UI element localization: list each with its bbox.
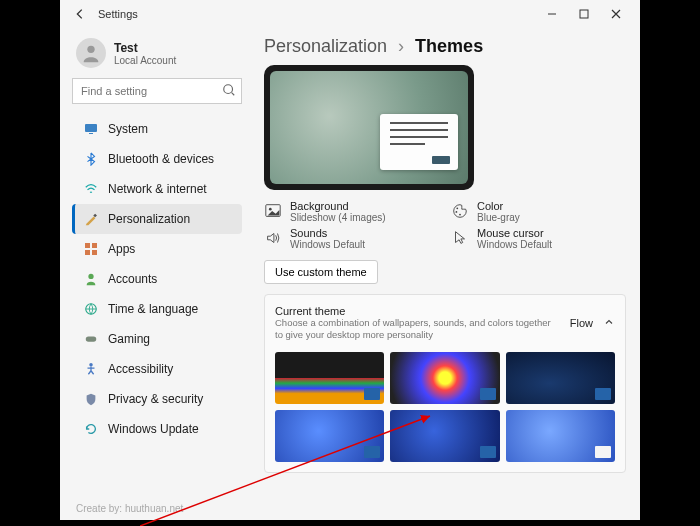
- nav-time[interactable]: Time & language: [72, 294, 242, 324]
- nav-accounts[interactable]: Accounts: [72, 264, 242, 294]
- svg-point-3: [224, 85, 233, 94]
- theme-option[interactable]: [275, 410, 384, 462]
- theme-option[interactable]: [506, 410, 615, 462]
- update-icon: [83, 421, 99, 437]
- setting-label: Sounds: [290, 227, 365, 239]
- setting-label: Color: [477, 200, 520, 212]
- nav-label: Personalization: [108, 212, 190, 226]
- user-profile[interactable]: Test Local Account: [76, 38, 242, 68]
- globe-icon: [83, 301, 99, 317]
- maximize-button[interactable]: [568, 2, 600, 26]
- setting-sounds[interactable]: SoundsWindows Default: [264, 227, 439, 250]
- chevron-right-icon: ›: [398, 36, 404, 56]
- use-custom-theme-button[interactable]: Use custom theme: [264, 260, 378, 284]
- svg-rect-8: [85, 243, 90, 248]
- svg-rect-10: [85, 250, 90, 255]
- svg-point-19: [456, 211, 458, 213]
- bluetooth-icon: [83, 151, 99, 167]
- window-controls: [536, 2, 632, 26]
- current-theme-name: Flow: [570, 317, 593, 329]
- breadcrumb-current: Themes: [415, 36, 483, 56]
- svg-rect-9: [92, 243, 97, 248]
- nav-accessibility[interactable]: Accessibility: [72, 354, 242, 384]
- svg-rect-1: [580, 10, 588, 18]
- nav-label: Apps: [108, 242, 135, 256]
- user-type: Local Account: [114, 55, 176, 66]
- svg-point-2: [87, 46, 94, 53]
- setting-label: Background: [290, 200, 386, 212]
- theme-option[interactable]: [390, 410, 499, 462]
- setting-color[interactable]: ColorBlue-gray: [451, 200, 626, 223]
- theme-option[interactable]: [275, 352, 384, 404]
- setting-value: Windows Default: [477, 239, 552, 250]
- svg-rect-14: [86, 336, 97, 341]
- apps-icon: [83, 241, 99, 257]
- main-content: Personalization › Themes BackgroundSlide…: [250, 28, 640, 520]
- theme-option[interactable]: [390, 352, 499, 404]
- preview-window-mock: [380, 114, 458, 170]
- titlebar: Settings: [60, 0, 640, 28]
- search-input[interactable]: [72, 78, 242, 104]
- close-button[interactable]: [600, 2, 632, 26]
- nav-label: Network & internet: [108, 182, 207, 196]
- credit-text: Create by: huuthuan.net: [72, 497, 242, 520]
- nav-label: Accessibility: [108, 362, 173, 376]
- palette-icon: [451, 202, 469, 220]
- theme-section-header[interactable]: Current theme Choose a combination of wa…: [275, 305, 615, 342]
- svg-point-20: [459, 214, 461, 216]
- nav-label: Windows Update: [108, 422, 199, 436]
- avatar: [76, 38, 106, 68]
- svg-point-18: [456, 207, 458, 209]
- svg-rect-5: [85, 124, 97, 132]
- image-icon: [264, 202, 282, 220]
- settings-window: Settings Test Local Account: [60, 0, 640, 520]
- nav-bluetooth[interactable]: Bluetooth & devices: [72, 144, 242, 174]
- nav-system[interactable]: System: [72, 114, 242, 144]
- accessibility-icon: [83, 361, 99, 377]
- system-icon: [83, 121, 99, 137]
- nav-label: Time & language: [108, 302, 198, 316]
- theme-option[interactable]: [506, 352, 615, 404]
- window-title: Settings: [98, 8, 138, 20]
- svg-rect-11: [92, 250, 97, 255]
- search-box[interactable]: [72, 78, 242, 104]
- setting-value: Blue-gray: [477, 212, 520, 223]
- chevron-up-icon: [603, 314, 615, 332]
- nav-update[interactable]: Windows Update: [72, 414, 242, 444]
- setting-label: Mouse cursor: [477, 227, 552, 239]
- setting-value: Windows Default: [290, 239, 365, 250]
- nav-apps[interactable]: Apps: [72, 234, 242, 264]
- nav-label: System: [108, 122, 148, 136]
- svg-point-15: [89, 363, 93, 367]
- svg-line-4: [232, 93, 235, 96]
- minimize-button[interactable]: [536, 2, 568, 26]
- setting-cursor[interactable]: Mouse cursorWindows Default: [451, 227, 626, 250]
- nav-gaming[interactable]: Gaming: [72, 324, 242, 354]
- theme-section-desc: Choose a combination of wallpapers, soun…: [275, 317, 560, 342]
- setting-value: Slideshow (4 images): [290, 212, 386, 223]
- user-name: Test: [114, 41, 176, 55]
- speaker-icon: [264, 229, 282, 247]
- shield-icon: [83, 391, 99, 407]
- search-icon: [222, 83, 236, 101]
- svg-point-17: [269, 208, 272, 211]
- nav-label: Bluetooth & devices: [108, 152, 214, 166]
- nav-network[interactable]: Network & internet: [72, 174, 242, 204]
- paint-icon: [83, 211, 99, 227]
- back-button[interactable]: [68, 7, 92, 21]
- cursor-icon: [451, 229, 469, 247]
- nav-list: System Bluetooth & devices Network & int…: [72, 114, 242, 497]
- nav-label: Gaming: [108, 332, 150, 346]
- theme-section-title: Current theme: [275, 305, 560, 317]
- gamepad-icon: [83, 331, 99, 347]
- wifi-icon: [83, 181, 99, 197]
- nav-privacy[interactable]: Privacy & security: [72, 384, 242, 414]
- nav-label: Accounts: [108, 272, 157, 286]
- setting-background[interactable]: BackgroundSlideshow (4 images): [264, 200, 439, 223]
- breadcrumb-parent[interactable]: Personalization: [264, 36, 387, 56]
- theme-grid: [275, 352, 615, 462]
- svg-rect-6: [89, 133, 93, 134]
- theme-preview: [264, 65, 474, 190]
- nav-personalization[interactable]: Personalization: [72, 204, 242, 234]
- person-icon: [83, 271, 99, 287]
